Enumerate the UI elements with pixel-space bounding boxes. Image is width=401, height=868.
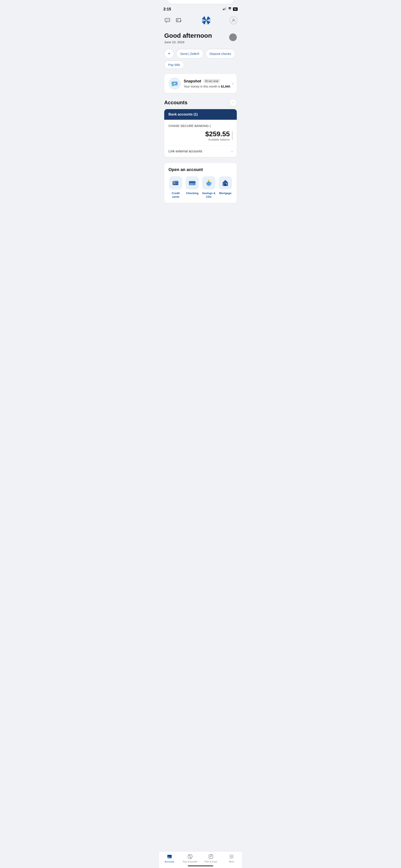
svg-point-8: [168, 20, 169, 20]
nav-pay-transfer[interactable]: $ Pay & transfer: [180, 854, 201, 863]
greeting-date: June 10, 2024: [164, 40, 237, 44]
open-account-mortgage[interactable]: Mortgage: [218, 176, 232, 199]
open-account-grid: Credit cards Checking: [169, 176, 232, 199]
main-content: Good afternoon June 10, 2024 + Send | Ze…: [159, 28, 242, 230]
account-item[interactable]: CHASE SECURE BANKING ( $259.55 Available…: [164, 120, 237, 146]
svg-rect-26: [172, 84, 174, 86]
svg-rect-32: [173, 182, 175, 183]
snapshot-title-row: Snapshot 30 sec read: [184, 79, 232, 84]
link-external-chevron-icon: ›: [231, 149, 232, 153]
open-account-credit-cards[interactable]: Credit cards: [169, 176, 183, 199]
svg-rect-40: [209, 185, 210, 186]
pay-transfer-nav-label: Pay & transfer: [183, 860, 198, 863]
link-external-accounts[interactable]: Link external accounts ›: [164, 146, 237, 157]
accounts-nav-icon: [167, 854, 172, 860]
deposit-checks-button[interactable]: Deposit checks: [206, 49, 235, 59]
account-balance-row: $259.55 Available balance: [169, 130, 232, 141]
svg-text:$: $: [208, 181, 209, 182]
account-balance: $259.55: [205, 130, 230, 138]
battery-indicator: 55: [233, 7, 238, 11]
pay-transfer-nav-icon: $: [187, 854, 193, 860]
snapshot-icon-wrapper: $: [169, 78, 181, 90]
svg-rect-53: [168, 857, 169, 858]
accounts-nav-label: Accounts: [165, 860, 174, 863]
balance-bar-indicator: [232, 131, 232, 140]
greeting-section: Good afternoon June 10, 2024: [164, 32, 237, 44]
svg-point-4: [230, 9, 230, 10]
add-account-icon[interactable]: [175, 16, 183, 24]
bank-accounts-header: Bank accounts (1): [164, 109, 237, 120]
svg-marker-47: [223, 180, 228, 183]
checking-label: Checking: [186, 192, 199, 195]
svg-rect-1: [224, 8, 225, 10]
svg-rect-2: [225, 8, 226, 10]
profile-button[interactable]: [230, 16, 238, 24]
mortgage-label: Mortgage: [219, 192, 232, 195]
svg-rect-25: [176, 84, 177, 84]
zelle-button[interactable]: Send | Zelle®: [176, 49, 203, 59]
accounts-section-header: Accounts ···: [164, 99, 237, 106]
open-account-savings[interactable]: $ Savings & CDs: [202, 176, 216, 199]
svg-rect-54: [167, 858, 172, 859]
ellipsis-icon: ···: [232, 101, 234, 104]
svg-rect-51: [167, 855, 172, 858]
open-account-checking[interactable]: Checking: [185, 176, 199, 199]
add-action-button[interactable]: +: [164, 49, 174, 59]
credit-cards-label: Credit cards: [169, 192, 183, 199]
status-time: 2:15: [163, 7, 171, 11]
svg-rect-24: [172, 84, 174, 84]
svg-rect-34: [189, 182, 196, 183]
accounts-more-options-button[interactable]: ···: [230, 99, 237, 106]
nav-more[interactable]: More: [221, 854, 242, 863]
svg-rect-52: [167, 855, 172, 856]
profile-avatar-dot[interactable]: [229, 33, 237, 41]
mortgage-icon-wrapper: [219, 176, 232, 189]
nav-plan-track[interactable]: Plan & track: [200, 854, 221, 863]
link-external-text: Link external accounts: [169, 149, 202, 153]
savings-icon-wrapper: $: [202, 176, 216, 189]
wifi-icon: [228, 7, 232, 11]
svg-point-6: [166, 20, 167, 20]
accounts-section-title: Accounts: [164, 100, 187, 105]
svg-rect-39: [208, 185, 208, 186]
checking-icon-wrapper: [185, 176, 199, 189]
status-icons: 55: [223, 7, 238, 11]
signal-icon: [223, 7, 227, 11]
open-account-title: Open an account: [169, 167, 232, 172]
open-account-card: Open an account Credit cards: [164, 163, 237, 203]
nav-accounts[interactable]: Accounts: [159, 854, 180, 863]
svg-rect-3: [226, 7, 226, 10]
snapshot-content: Snapshot 30 sec read Your money in this …: [184, 79, 232, 88]
svg-rect-0: [223, 9, 224, 10]
bank-accounts-title: Bank accounts (1): [169, 113, 232, 116]
home-indicator: [188, 865, 213, 866]
status-bar: 2:15 55: [159, 4, 242, 13]
svg-rect-42: [208, 182, 209, 182]
chat-icon[interactable]: [163, 16, 171, 24]
plan-track-nav-label: Plan & track: [204, 860, 217, 863]
snapshot-description: Your money in this month is $1,940.: [184, 85, 232, 88]
svg-rect-50: [223, 185, 224, 186]
svg-point-7: [167, 20, 168, 20]
snapshot-chevron-icon: ›: [232, 82, 233, 86]
more-nav-icon: [229, 854, 234, 860]
account-name: CHASE SECURE BANKING (: [169, 124, 232, 128]
svg-point-19: [233, 19, 234, 20]
snapshot-time-badge: 30 sec read: [203, 79, 220, 83]
svg-rect-49: [226, 183, 227, 184]
plan-track-nav-icon: [208, 854, 214, 860]
top-navigation: [159, 13, 242, 28]
pay-bills-button[interactable]: Pay bills: [164, 61, 184, 69]
more-nav-label: More: [229, 860, 234, 863]
svg-rect-33: [189, 181, 196, 185]
greeting-text: Good afternoon: [164, 32, 237, 39]
quick-actions-row: + Send | Zelle® Deposit checks Pay bills: [164, 49, 237, 69]
account-balance-label: Available balance: [205, 138, 230, 141]
credit-cards-icon-wrapper: [169, 176, 182, 189]
snapshot-title: Snapshot: [184, 79, 201, 84]
savings-label: Savings & CDs: [202, 192, 216, 199]
nav-left-icons: [163, 16, 183, 24]
chase-logo: [201, 15, 211, 25]
snapshot-amount: $1,940: [221, 85, 230, 88]
snapshot-card[interactable]: $ Snapshot 30 sec read Your money in thi…: [164, 74, 237, 93]
